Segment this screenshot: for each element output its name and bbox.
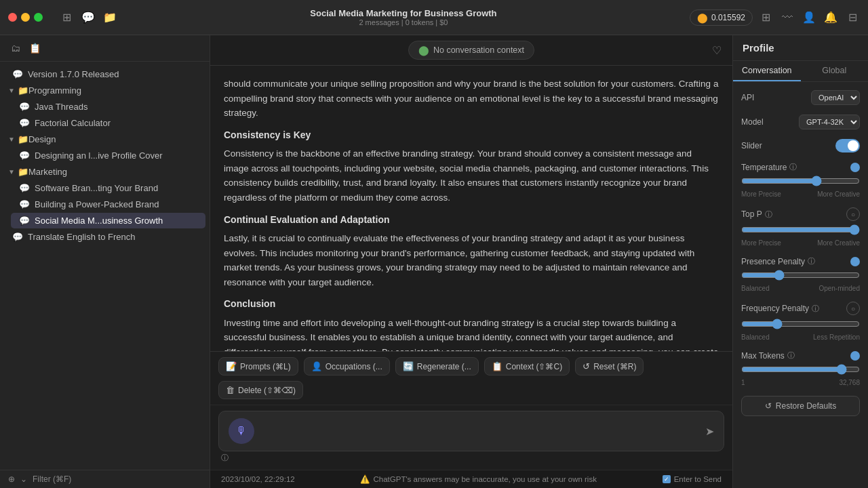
api-label: API <box>741 93 754 102</box>
top-p-indicator[interactable]: ○ <box>846 207 860 221</box>
send-button[interactable]: ➤ <box>705 425 714 438</box>
profile-tabs: Conversation Global <box>733 61 868 82</box>
sidebar-toolbar: 🗂 📋 <box>0 35 210 62</box>
chat-footer: 2023/10/02, 22:29:12 ⚠️ ChatGPT's answer… <box>210 470 732 488</box>
sidebar-item-label: Designing an l...ive Profile Cover <box>35 150 163 161</box>
top-p-subtext: More Precise More Creative <box>741 239 860 247</box>
waveform-icon[interactable]: 〰 <box>780 10 795 25</box>
message-paragraph-4: Investing time and effort into developin… <box>224 316 719 351</box>
mic-button[interactable]: 🎙 <box>229 418 254 444</box>
window-subtitle: 2 messages | 0 tokens | $0 <box>359 18 448 26</box>
prompts-button[interactable]: 📝 Prompts (⌘L) <box>218 357 298 375</box>
sidebar-item-java-threads[interactable]: 💬 Java Threads <box>11 99 205 115</box>
grid-view-icon[interactable]: ⊞ <box>758 10 773 25</box>
temperature-label: Temperature ⓘ <box>741 162 797 172</box>
max-tokens-info-icon[interactable]: ⓘ <box>787 350 795 361</box>
layout-icon[interactable]: ⊟ <box>845 10 860 25</box>
temperature-info-icon[interactable]: ⓘ <box>789 162 797 172</box>
folder-icon[interactable]: 📁 <box>102 10 117 25</box>
api-select[interactable]: OpenAI <box>811 90 860 105</box>
chat-input[interactable] <box>260 424 700 438</box>
message-paragraph-1: should communicate your unique selling p… <box>224 77 719 121</box>
message-paragraph-3: Lastly, it is crucial to continually eva… <box>224 231 719 289</box>
presence-slider[interactable] <box>741 270 860 281</box>
sidebar-item-label: Building a Power-Packed Brand <box>35 199 159 209</box>
close-button[interactable] <box>8 13 17 22</box>
sidebar-item-programming[interactable]: ▼ 📁 Programming <box>0 83 210 98</box>
sidebar-item-marketing[interactable]: ▼ 📁 Marketing <box>0 164 210 180</box>
sidebar-icon-2[interactable]: 📋 <box>27 41 42 56</box>
chat-bubble-icon: 💬 <box>19 199 30 209</box>
max-tokens-slider[interactable] <box>741 364 860 375</box>
enter-checkbox[interactable]: ✓ <box>663 475 671 483</box>
presence-indicator <box>850 257 860 266</box>
profile-content: API OpenAI Model GPT-4-32K Slider <box>733 82 868 488</box>
restore-defaults-button[interactable]: ↺ Restore Defaults <box>741 396 860 416</box>
sidebar-item-building-brand[interactable]: 💬 Building a Power-Packed Brand <box>11 197 205 212</box>
sidebar-item-version[interactable]: 💬 Version 1.7.0 Released <box>4 66 205 82</box>
presence-header: Presence Penalty ⓘ <box>741 256 860 266</box>
message-heading-evaluation: Continual Evaluation and Adaptation <box>224 212 719 227</box>
add-conversation-button[interactable]: ⊕ <box>8 474 15 484</box>
presence-label: Presence Penalty ⓘ <box>741 256 815 266</box>
sidebar-item-label: Software Bran...ting Your Brand <box>35 183 158 193</box>
frequency-indicator[interactable]: ○ <box>846 302 860 315</box>
folder-blue-icon: 📁 <box>18 134 28 144</box>
sidebar-item-label: Version 1.7.0 Released <box>28 69 119 79</box>
bell-icon[interactable]: 🔔 <box>823 10 838 25</box>
chat-bubble-icon: 💬 <box>19 183 30 193</box>
chat-bubble-icon: 💬 <box>19 216 30 226</box>
sidebar-item-label: Design <box>28 134 56 144</box>
context-button[interactable]: 📋 Context (⇧⌘C) <box>484 357 570 375</box>
sidebar-footer: ⊕ ⌄ Filter (⌘F) <box>0 470 210 488</box>
chevron-down-footer-icon[interactable]: ⌄ <box>20 474 27 484</box>
sidebar-item-label: Social Media M...usiness Growth <box>35 216 163 226</box>
titlebar-right-icons: ⊞ 〰 👤 🔔 ⊟ <box>758 10 860 25</box>
reset-label: Reset (⌘R) <box>593 362 636 371</box>
message-heading-conclusion: Conclusion <box>224 296 719 311</box>
user-icon[interactable]: 👤 <box>802 10 816 25</box>
chevron-down-icon: ▼ <box>8 136 15 143</box>
sidebar-item-design[interactable]: ▼ 📁 Design <box>0 131 210 147</box>
profile-title: Profile <box>733 35 868 61</box>
model-label: Model <box>741 117 764 127</box>
sidebar-item-social-media[interactable]: 💬 Social Media M...usiness Growth <box>11 213 205 228</box>
maximize-button[interactable] <box>34 13 43 22</box>
temperature-indicator <box>850 163 860 172</box>
frequency-info-icon[interactable]: ⓘ <box>812 304 819 314</box>
occupations-button[interactable]: 👤 Occupations (... <box>304 357 390 375</box>
temperature-slider[interactable] <box>741 176 860 186</box>
info-icon: ⓘ <box>221 453 229 463</box>
max-tokens-row: Max Tokens ⓘ 1 32,768 <box>741 350 860 386</box>
minimize-button[interactable] <box>21 13 30 22</box>
programming-group: 💬 Java Threads 💬 Factorial Calculator <box>7 99 210 131</box>
top-p-slider[interactable] <box>741 224 860 235</box>
filter-label: Filter (⌘F) <box>33 474 71 484</box>
temperature-header: Temperature ⓘ <box>741 162 860 172</box>
sidebar-item-label: Factorial Calculator <box>35 118 111 128</box>
sidebar-toggle-icon[interactable]: ⊞ <box>59 10 74 25</box>
api-setting-row: API OpenAI <box>741 90 860 105</box>
sidebar-item-software-brand[interactable]: 💬 Software Bran...ting Your Brand <box>11 180 205 196</box>
titlebar-left-icons: ⊞ 💬 📁 <box>59 10 117 25</box>
warning-icon: ⚠️ <box>360 474 370 484</box>
sidebar-icon-1[interactable]: 🗂 <box>8 41 23 56</box>
top-p-info-icon[interactable]: ⓘ <box>765 209 772 220</box>
favorite-icon[interactable]: ♡ <box>712 44 722 57</box>
presence-info-icon[interactable]: ⓘ <box>808 256 815 266</box>
regenerate-button[interactable]: 🔄 Regenerate (... <box>395 357 479 375</box>
tab-conversation[interactable]: Conversation <box>733 61 801 81</box>
sidebar-item-designing-profile[interactable]: 💬 Designing an l...ive Profile Cover <box>11 148 205 163</box>
sidebar-item-factorial[interactable]: 💬 Factorial Calculator <box>11 115 205 131</box>
model-select[interactable]: GPT-4-32K <box>799 115 860 129</box>
sidebar-item-translate[interactable]: 💬 Translate English to French <box>4 229 205 245</box>
tab-global[interactable]: Global <box>801 61 869 81</box>
top-p-header: Top P ⓘ ○ <box>741 207 860 221</box>
slider-toggle[interactable] <box>835 139 860 152</box>
chat-toolbar: 📝 Prompts (⌘L) 👤 Occupations (... 🔄 Rege… <box>210 351 732 405</box>
slider-toggle-row: Slider <box>741 139 860 152</box>
frequency-slider[interactable] <box>741 319 860 329</box>
delete-button[interactable]: 🗑 Delete (⇧⌘⌫) <box>218 381 303 399</box>
reset-button[interactable]: ↺ Reset (⌘R) <box>575 357 644 375</box>
chat-icon[interactable]: 💬 <box>81 10 96 25</box>
